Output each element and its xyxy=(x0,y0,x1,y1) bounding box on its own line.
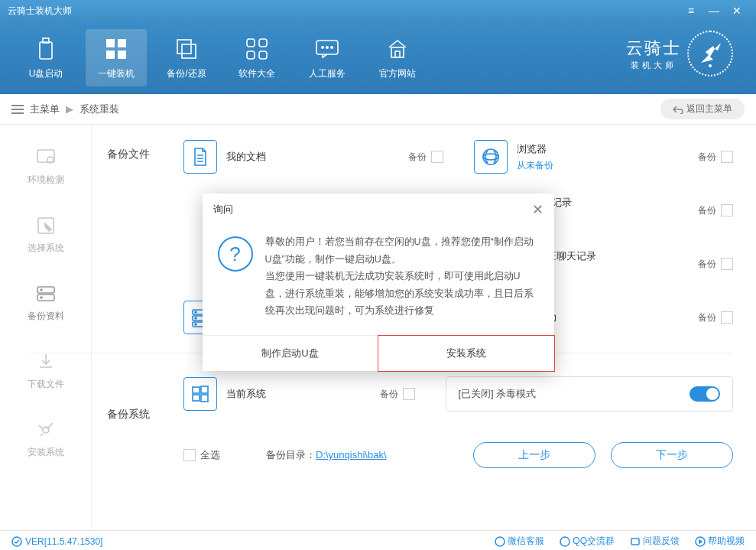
svg-rect-11 xyxy=(259,51,267,59)
undo-icon xyxy=(673,105,683,114)
feedback-link[interactable]: 问题反馈 xyxy=(630,535,680,548)
nav-oneclick-label: 一键装机 xyxy=(86,67,147,80)
svg-rect-19 xyxy=(37,150,54,162)
steps-sidebar: 环境检测 选择系统 备份资料 下载文件 安装系统 xyxy=(0,125,92,530)
checkbox[interactable] xyxy=(721,204,733,216)
section-files-label: 备份文件 xyxy=(107,148,150,161)
knight-icon xyxy=(687,31,733,76)
step-env[interactable]: 环境检测 xyxy=(0,132,91,200)
backup-dir: 备份目录：D:\yunqishi\bak\ xyxy=(266,448,387,462)
chevron-right-icon: ▶ xyxy=(66,103,73,115)
checkbox[interactable] xyxy=(183,449,196,461)
crumb-root[interactable]: 主菜单 xyxy=(30,103,60,116)
next-button[interactable]: 下一步 xyxy=(611,442,733,468)
step-install[interactable]: 安装系统 xyxy=(0,405,91,473)
nav-backup-label: 备份/还原 xyxy=(156,67,217,80)
app-title: 云骑士装机大师 xyxy=(8,5,72,18)
checkbox[interactable] xyxy=(721,311,733,324)
svg-point-34 xyxy=(195,324,196,325)
nav-website[interactable]: 官方网站 xyxy=(367,29,428,86)
breadcrumb-bar: 主菜单 ▶ 系统重装 返回主菜单 xyxy=(0,94,756,125)
minimize-icon[interactable]: — xyxy=(702,5,725,17)
question-icon: ? xyxy=(218,236,253,272)
svg-rect-9 xyxy=(259,39,267,47)
step-backup[interactable]: 备份资料 xyxy=(0,268,91,337)
antivirus-toggle[interactable] xyxy=(689,386,720,402)
title-bar: 云骑士装机大师 ≡ — ✕ xyxy=(0,0,756,21)
dialog-message: 尊敬的用户！若您当前存在空闲的U盘，推荐您使用“制作启动U盘”功能，制作一键启动… xyxy=(265,233,539,320)
nav-software[interactable]: 软件大全 xyxy=(226,29,287,86)
svg-point-15 xyxy=(331,47,333,48)
crumb-current: 系统重装 xyxy=(79,103,119,116)
nav-oneclick[interactable]: 一键装机 xyxy=(86,29,147,86)
svg-point-14 xyxy=(326,47,328,48)
nav-website-label: 官方网站 xyxy=(367,67,428,80)
close-icon[interactable]: ✕ xyxy=(725,5,748,17)
item-docs: 我的文档 备份 xyxy=(183,140,443,174)
brand-subtitle: 装机大师 xyxy=(626,60,681,71)
brand-title: 云骑士 xyxy=(626,37,681,60)
svg-rect-45 xyxy=(631,539,639,545)
svg-point-33 xyxy=(195,317,196,319)
svg-rect-38 xyxy=(193,387,200,393)
select-all[interactable]: 全选 xyxy=(183,448,220,462)
backup-dir-link[interactable]: D:\yunqishi\bak\ xyxy=(316,449,387,461)
brand-logo: 云骑士 装机大师 xyxy=(626,31,733,76)
svg-rect-4 xyxy=(106,50,115,59)
prev-button[interactable]: 上一步 xyxy=(473,442,595,468)
check-circle-icon xyxy=(11,536,22,547)
help-link[interactable]: 帮助视频 xyxy=(695,535,745,548)
nav-backup[interactable]: 备份/还原 xyxy=(156,29,217,86)
dialog-close-icon[interactable]: ✕ xyxy=(532,201,543,218)
section-system-label: 备份系统 xyxy=(107,408,150,421)
svg-rect-5 xyxy=(118,50,126,59)
step-download[interactable]: 下载文件 xyxy=(0,337,91,405)
svg-rect-16 xyxy=(391,47,404,57)
checkbox[interactable] xyxy=(403,388,415,400)
svg-rect-41 xyxy=(201,395,208,402)
nav-software-label: 软件大全 xyxy=(226,67,287,80)
item-browser: 浏览器从未备份 备份 xyxy=(474,140,734,174)
confirm-dialog: 询问 ✕ ? 尊敬的用户！若您当前存在空闲的U盘，推荐您使用“制作启动U盘”功能… xyxy=(203,194,554,371)
qq-link[interactable]: QQ交流群 xyxy=(560,535,615,548)
checkbox[interactable] xyxy=(721,151,733,163)
browser-icon xyxy=(474,140,508,174)
status-bar: VER[11.5.47.1530] 微信客服 QQ交流群 问题反馈 帮助视频 xyxy=(0,530,756,550)
document-icon xyxy=(183,140,217,174)
svg-point-43 xyxy=(495,537,505,546)
nav-usb[interactable]: U盘启动 xyxy=(15,29,76,86)
install-system-button[interactable]: 安装系统 xyxy=(378,335,555,372)
step-select[interactable]: 选择系统 xyxy=(0,200,91,268)
svg-point-32 xyxy=(195,311,196,313)
svg-rect-7 xyxy=(182,44,196,58)
top-nav: U盘启动 一键装机 备份/还原 软件大全 人工服务 官方网站 云骑士 装机大师 xyxy=(0,21,756,94)
svg-rect-0 xyxy=(40,42,52,59)
antivirus-toggle-box: [已关闭] 杀毒模式 xyxy=(446,376,734,412)
svg-rect-39 xyxy=(201,386,208,393)
svg-rect-10 xyxy=(247,51,255,59)
svg-point-25 xyxy=(41,297,42,298)
checkbox[interactable] xyxy=(721,258,733,270)
svg-rect-6 xyxy=(177,40,191,54)
svg-point-44 xyxy=(560,537,569,546)
svg-rect-2 xyxy=(106,39,115,47)
antivirus-label: [已关闭] 杀毒模式 xyxy=(459,387,537,401)
svg-rect-8 xyxy=(247,39,255,47)
menu-icon[interactable]: ≡ xyxy=(680,5,702,17)
make-usb-button[interactable]: 制作启动U盘 xyxy=(203,336,378,371)
windows-icon xyxy=(183,377,217,411)
item-current-system: 当前系统 备份 xyxy=(183,377,446,411)
svg-point-24 xyxy=(41,289,42,291)
checkbox[interactable] xyxy=(431,151,443,163)
nav-usb-label: U盘启动 xyxy=(15,67,76,80)
back-label: 返回主菜单 xyxy=(686,103,732,116)
dialog-title: 询问 xyxy=(213,203,233,216)
back-button[interactable]: 返回主菜单 xyxy=(660,99,745,119)
nav-service[interactable]: 人工服务 xyxy=(297,29,358,86)
version-label: VER[11.5.47.1530] xyxy=(25,536,102,547)
svg-rect-40 xyxy=(193,395,200,401)
wechat-link[interactable]: 微信客服 xyxy=(495,535,544,548)
svg-rect-17 xyxy=(395,51,400,57)
svg-point-13 xyxy=(322,47,323,48)
svg-point-18 xyxy=(709,64,712,67)
